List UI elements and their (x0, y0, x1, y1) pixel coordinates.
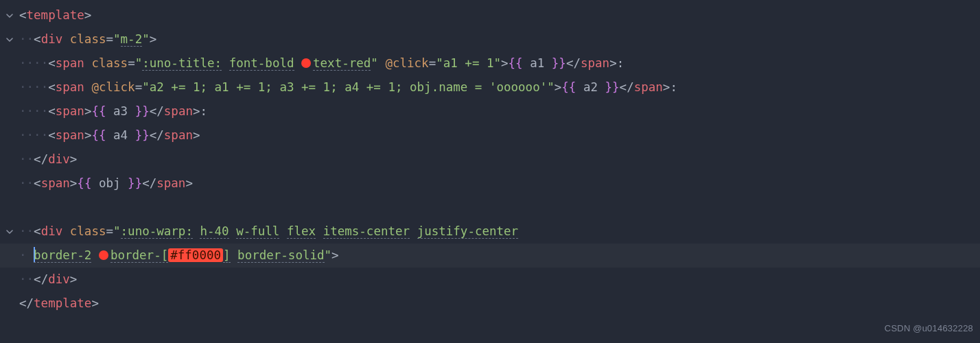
code-token (410, 224, 417, 238)
code-line[interactable] (0, 196, 980, 220)
code-token: {{ (561, 80, 576, 94)
code-token: </ (142, 176, 156, 190)
code-token (279, 224, 287, 238)
code-token: m-2 (121, 32, 143, 47)
code-token: h-40 (200, 224, 229, 239)
code-token: " (142, 32, 150, 46)
code-line[interactable]: ····<span>{{ a3 }}</span>: (0, 99, 980, 123)
code-token: < (19, 8, 27, 22)
code-content: · border-2 border-[#ff0000] border-solid… (19, 244, 339, 268)
code-token: </ (34, 152, 48, 166)
code-token (91, 248, 99, 262)
code-content: ····<span class=":uno-title: font-bold t… (19, 51, 624, 75)
code-token: class (70, 224, 106, 238)
code-token: > (150, 32, 157, 46)
code-token: < (48, 56, 56, 70)
code-token: a3 (106, 104, 135, 118)
code-token: "a2 += 1; a1 += 1; a3 += 1; a4 += 1; obj… (142, 80, 555, 94)
code-token (62, 32, 70, 46)
code-token: {{ (91, 128, 106, 142)
code-token: = (135, 80, 143, 94)
code-token: obj (91, 176, 128, 190)
code-token: > (193, 104, 200, 118)
color-swatch-icon (301, 58, 311, 68)
code-token: border-[ (110, 248, 168, 263)
code-token: > (91, 296, 99, 310)
code-token: }} (552, 56, 566, 70)
code-token: > (555, 80, 562, 94)
code-token: span (634, 80, 663, 94)
color-swatch-icon (99, 250, 108, 260)
code-editor[interactable]: <template>··<div class="m-2">····<span c… (0, 0, 980, 319)
code-line[interactable]: ··<div class=":uno-warp: h-40 w-full fle… (0, 220, 980, 244)
code-content: ··</div> (19, 268, 77, 292)
code-token: border-solid (237, 248, 324, 263)
code-token: span (156, 176, 185, 190)
code-content: ··<div class="m-2"> (19, 27, 156, 51)
code-token: </ (34, 272, 48, 286)
code-line[interactable]: ····<span @click="a2 += 1; a1 += 1; a3 +… (0, 75, 980, 99)
code-content: ··<span>{{ obj }}</span> (19, 172, 193, 196)
code-token: span (56, 56, 84, 70)
code-token: div (48, 272, 70, 286)
code-token (62, 224, 70, 238)
code-token: : (200, 104, 208, 118)
code-token: > (84, 104, 92, 118)
code-token: "a1 += 1" (436, 56, 501, 70)
code-token: template (27, 8, 84, 22)
code-token: < (34, 176, 41, 190)
code-token: span (56, 104, 84, 118)
code-content: </template> (19, 292, 99, 316)
code-token: span (164, 104, 193, 118)
code-token: items-center (323, 224, 410, 239)
code-token: " (113, 224, 121, 238)
code-token: template (34, 296, 91, 310)
fold-gutter[interactable] (0, 12, 19, 20)
code-line[interactable]: ····<span>{{ a4 }}</span> (0, 123, 980, 147)
code-token: > (70, 152, 78, 166)
fold-gutter[interactable] (0, 36, 19, 44)
code-token: class (70, 32, 106, 46)
code-token: div (41, 224, 63, 238)
code-content: ··<div class=":uno-warp: h-40 w-full fle… (19, 220, 518, 244)
code-token (193, 224, 200, 238)
code-token: @click (385, 56, 428, 70)
code-token: span (581, 56, 609, 70)
code-token: flex (287, 224, 316, 239)
code-token: < (34, 32, 41, 46)
code-token: :uno-warp: (121, 224, 193, 239)
hex-color-highlight: #ff0000 (168, 248, 223, 262)
code-content: <template> (19, 3, 91, 27)
code-token: a2 (576, 80, 605, 94)
code-line[interactable]: ··</div> (0, 147, 980, 172)
code-token: span (56, 128, 84, 142)
code-token: > (331, 248, 339, 262)
code-token: div (41, 32, 63, 46)
code-token: @click (91, 80, 135, 94)
code-token: ] (223, 248, 231, 263)
code-token: w-full (236, 224, 279, 239)
code-token: : (617, 56, 625, 70)
code-line[interactable]: · border-2 border-[#ff0000] border-solid… (0, 244, 980, 268)
code-token: {{ (91, 104, 106, 118)
code-token: = (128, 56, 135, 70)
code-token: " (135, 56, 143, 70)
code-content: ····<span>{{ a4 }}</span> (19, 123, 200, 147)
code-line[interactable]: ··</div> (0, 268, 980, 292)
fold-gutter[interactable] (0, 228, 19, 236)
code-content: ··</div> (19, 147, 77, 172)
code-line[interactable]: ····<span class=":uno-title: font-bold t… (0, 51, 980, 75)
code-line[interactable]: ··<span>{{ obj }}</span> (0, 172, 980, 196)
code-token: span (164, 128, 193, 142)
code-token: }} (135, 104, 150, 118)
code-token: {{ (509, 56, 523, 70)
code-token: " (325, 248, 332, 262)
code-token: font-bold (229, 56, 294, 71)
code-token: = (106, 224, 113, 238)
code-token: </ (620, 80, 634, 94)
code-token: {{ (77, 176, 91, 190)
code-token: > (84, 8, 92, 22)
code-line[interactable]: </template> (0, 292, 980, 316)
code-line[interactable]: ··<div class="m-2"> (0, 27, 980, 51)
code-line[interactable]: <template> (0, 3, 980, 27)
